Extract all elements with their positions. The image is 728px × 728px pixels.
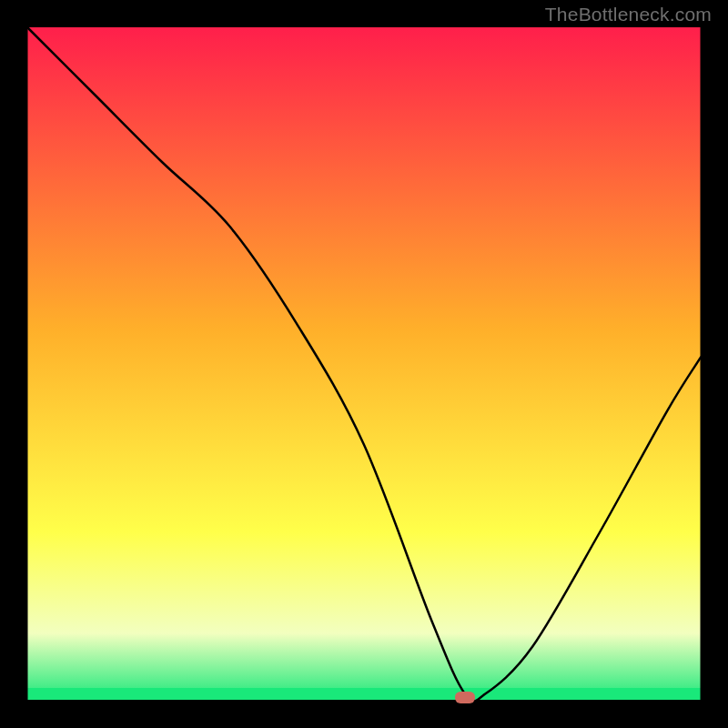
bottleneck-chart: [0, 0, 728, 728]
minimum-marker: [455, 692, 475, 703]
green-band: [27, 688, 701, 701]
